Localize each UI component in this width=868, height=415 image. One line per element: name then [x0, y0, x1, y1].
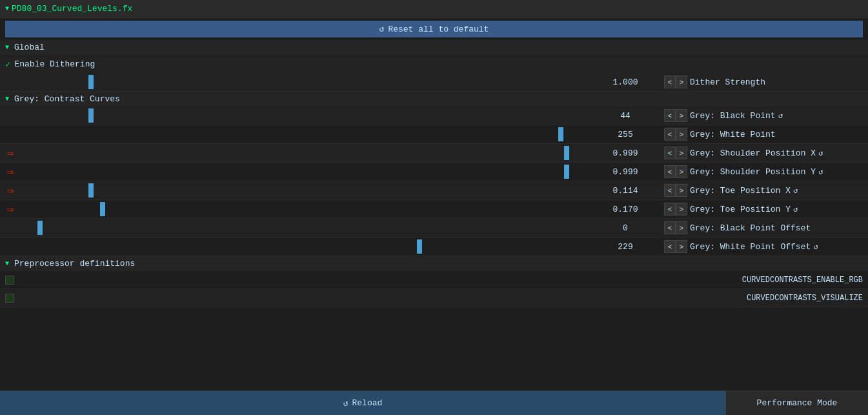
performance-mode-button[interactable]: Performance Mode [726, 391, 868, 415]
controls-toe-pos-y: < > [664, 203, 687, 216]
title-text: PD80_03_Curved_Levels.fx [12, 4, 132, 14]
decrement-white-point-offset[interactable]: < [664, 240, 676, 253]
slider-black-point-offset[interactable] [21, 219, 587, 237]
thumb-toe-pos-x[interactable] [88, 183, 94, 197]
controls-white-point: < > [664, 128, 687, 141]
global-triangle: ▼ [5, 44, 9, 51]
track-shoulder-pos-y [21, 163, 587, 181]
reset-icon-shoulder-pos-y[interactable]: ↺ [818, 168, 823, 177]
reset-icon: ↺ [379, 24, 385, 34]
increment-black-point[interactable]: > [676, 109, 687, 122]
thumb-white-point-offset[interactable] [417, 239, 422, 254]
grey-curves-triangle: ▼ [5, 96, 9, 103]
decrement-toe-pos-x[interactable]: < [664, 184, 676, 197]
dither-increment[interactable]: > [676, 76, 687, 88]
pp-checkbox-pp-visualize[interactable] [5, 294, 14, 303]
slider-black-point[interactable] [21, 106, 587, 125]
track-toe-pos-y [21, 200, 587, 218]
dithering-label: Enable Dithering [14, 59, 95, 69]
label-shoulder-pos-y: Grey: Shoulder Position Y↺ [687, 167, 868, 177]
increment-shoulder-pos-x[interactable]: > [676, 147, 687, 159]
preprocessor-triangle: ▼ [5, 260, 9, 267]
dither-slider[interactable] [21, 73, 587, 91]
row-arrow-toe-pos-y: ⇒ [0, 202, 21, 216]
label-black-point: Grey: Black Point↺ [687, 111, 868, 121]
thumb-shoulder-pos-x[interactable] [564, 146, 569, 160]
preprocessor-header[interactable]: ▼ Preprocessor definitions [0, 256, 868, 271]
decrement-black-point-offset[interactable]: < [664, 221, 676, 234]
reset-icon-white-point-offset[interactable]: ↺ [813, 243, 818, 252]
increment-white-point-offset[interactable]: > [676, 240, 687, 253]
thumb-white-point[interactable] [558, 127, 563, 141]
slider-shoulder-pos-x[interactable] [21, 144, 587, 162]
thumb-shoulder-pos-y[interactable] [564, 165, 569, 179]
reload-icon: ↺ [343, 398, 348, 409]
track-black-point [21, 106, 587, 125]
value-white-point-offset: 229 [587, 242, 664, 252]
param-row-black-point: 44 < > Grey: Black Point↺ [0, 106, 868, 125]
increment-toe-pos-y[interactable]: > [676, 203, 687, 216]
row-arrow-toe-pos-x: ⇒ [0, 183, 21, 197]
row-arrow-shoulder-pos-x: ⇒ [0, 146, 21, 160]
grey-curves-header[interactable]: ▼ Grey: Contrast Curves [0, 92, 868, 106]
param-row-white-point: 255 < > Grey: White Point [0, 125, 868, 144]
slider-toe-pos-y[interactable] [21, 200, 587, 218]
decrement-white-point[interactable]: < [664, 128, 676, 141]
increment-black-point-offset[interactable]: > [676, 221, 687, 234]
decrement-shoulder-pos-y[interactable]: < [664, 165, 676, 178]
controls-toe-pos-x: < > [664, 184, 687, 197]
thumb-black-point[interactable] [88, 108, 94, 123]
track-toe-pos-x [21, 181, 587, 199]
preprocessor-row-pp-enable-rgb: CURVEDCONTRASTS_ENABLE_RGB [0, 271, 868, 289]
title-triangle[interactable]: ▼ [5, 5, 9, 12]
reset-icon-toe-pos-x[interactable]: ↺ [793, 187, 798, 196]
dither-controls: < > [664, 76, 687, 88]
preprocessor-row-pp-visualize: CURVEDCONTRASTS_VISUALIZE [0, 289, 868, 307]
dithering-checkmark: ✓ [5, 59, 10, 70]
dither-label: Dither Strength [687, 77, 868, 87]
pp-label-pp-visualize: CURVEDCONTRASTS_VISUALIZE [747, 294, 863, 303]
reset-icon-toe-pos-y[interactable]: ↺ [793, 205, 798, 214]
global-label: Global [14, 43, 45, 52]
global-section-header[interactable]: ▼ Global [0, 40, 868, 55]
thumb-black-point-offset[interactable] [37, 221, 43, 235]
decrement-black-point[interactable]: < [664, 109, 676, 122]
reset-all-button[interactable]: ↺ Reset all to default [5, 21, 863, 37]
value-black-point-offset: 0 [587, 223, 664, 233]
preprocessor-rows: CURVEDCONTRASTS_ENABLE_RGB CURVEDCONTRAS… [0, 271, 868, 307]
value-toe-pos-y: 0.170 [587, 205, 664, 214]
value-shoulder-pos-y: 0.999 [587, 167, 664, 177]
param-row-shoulder-pos-x: ⇒ 0.999 < > Grey: Shoulder Position X↺ [0, 144, 868, 163]
increment-shoulder-pos-y[interactable]: > [676, 165, 687, 178]
param-row-white-point-offset: 229 < > Grey: White Point Offset↺ [0, 238, 868, 256]
param-row-shoulder-pos-y: ⇒ 0.999 < > Grey: Shoulder Position Y↺ [0, 163, 868, 181]
performance-mode-label: Performance Mode [757, 398, 838, 408]
increment-toe-pos-x[interactable]: > [676, 184, 687, 197]
label-shoulder-pos-x: Grey: Shoulder Position X↺ [687, 148, 868, 158]
param-rows: 44 < > Grey: Black Point↺ 255 < > Grey: … [0, 106, 868, 256]
increment-white-point[interactable]: > [676, 128, 687, 141]
decrement-shoulder-pos-x[interactable]: < [664, 147, 676, 159]
reload-button[interactable]: ↺ Reload [0, 391, 726, 415]
value-black-point: 44 [587, 111, 664, 121]
dither-decrement[interactable]: < [664, 76, 676, 88]
label-black-point-offset: Grey: Black Point Offset [687, 223, 868, 233]
reset-icon-black-point[interactable]: ↺ [778, 112, 783, 121]
slider-shoulder-pos-y[interactable] [21, 163, 587, 181]
app-window: ▼ PD80_03_Curved_Levels.fx ↺ Reset all t… [0, 0, 868, 415]
dither-thumb[interactable] [88, 75, 94, 89]
slider-white-point-offset[interactable] [21, 238, 587, 256]
label-white-point: Grey: White Point [687, 130, 868, 139]
label-white-point-offset: Grey: White Point Offset↺ [687, 242, 868, 252]
slider-toe-pos-x[interactable] [21, 181, 587, 199]
reset-icon-shoulder-pos-x[interactable]: ↺ [818, 149, 823, 158]
enable-dithering-row[interactable]: ✓ Enable Dithering [0, 55, 868, 73]
track-shoulder-pos-x [21, 144, 587, 162]
slider-white-point[interactable] [21, 125, 587, 143]
decrement-toe-pos-y[interactable]: < [664, 203, 676, 216]
track-white-point-offset [21, 238, 587, 256]
thumb-toe-pos-y[interactable] [100, 202, 105, 216]
pp-checkbox-pp-enable-rgb[interactable] [5, 276, 14, 285]
value-toe-pos-x: 0.114 [587, 186, 664, 196]
controls-white-point-offset: < > [664, 240, 687, 253]
